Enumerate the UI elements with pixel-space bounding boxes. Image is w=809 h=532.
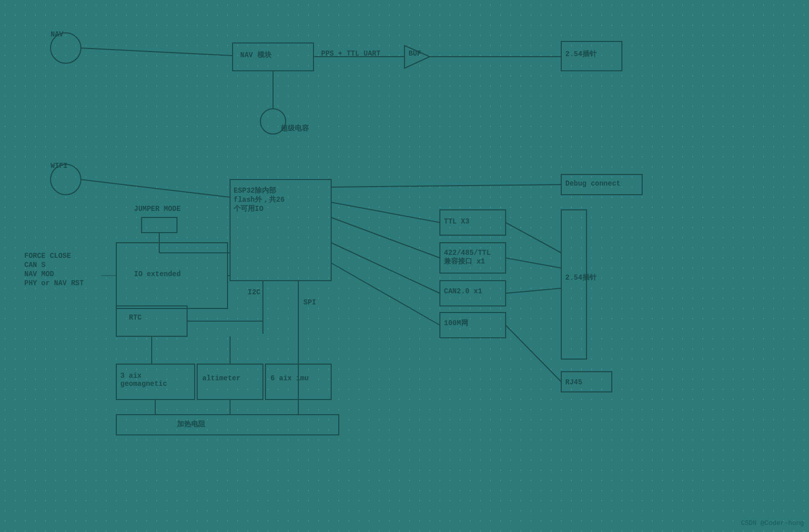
can-s-label: CAN S	[24, 261, 46, 269]
phy-nav-rst-label: PHY or NAV RST	[24, 279, 84, 287]
super-cap-label: 超级电容	[281, 124, 309, 133]
nav-module-label: NAV 模块	[240, 51, 272, 60]
svg-line-30	[506, 325, 561, 382]
svg-rect-35	[116, 306, 187, 336]
rtc-label: RTC	[129, 314, 142, 322]
six-aix-label: 6 aix imu	[271, 374, 309, 382]
svg-line-26	[506, 223, 561, 253]
pin254-right-label: 2.54插针	[565, 273, 597, 282]
jumper-mode-label: JUMPER MODE	[134, 205, 181, 213]
svg-line-16	[331, 185, 561, 187]
svg-rect-11	[142, 217, 177, 233]
esp32-label: ESP32除内部 flash外，共26 个可用IO	[234, 186, 285, 213]
svg-line-20	[331, 217, 440, 258]
io-extended-label: IO extended	[134, 270, 181, 278]
rj45-label: RJ45	[565, 378, 582, 386]
svg-line-18	[331, 202, 440, 223]
svg-line-28	[506, 288, 561, 293]
watermark: CSDN @Coder-hong	[741, 519, 804, 527]
ttl-x3-label: TTL X3	[444, 217, 469, 226]
nav-label: NAV	[51, 30, 63, 38]
svg-line-27	[506, 258, 561, 268]
i2c-label: I2C	[248, 288, 260, 296]
can20-label: CAN2.0 x1	[444, 287, 482, 295]
debug-connect-label: Debug connect	[565, 180, 620, 188]
rs422-label: 422/485/TTL 兼容接口 x1	[444, 249, 490, 266]
heating-label: 加热电阻	[177, 420, 205, 429]
pin254-top-label: 2.54插针	[565, 50, 597, 59]
svg-line-10	[81, 180, 230, 197]
buf-label: BUF	[409, 50, 421, 58]
svg-line-1	[81, 48, 233, 56]
pps-ttl-label: PPS + TTL UART	[321, 50, 381, 58]
diagram-svg	[0, 0, 809, 532]
svg-rect-25	[561, 210, 587, 359]
svg-rect-44	[116, 415, 339, 435]
wifi-label: WIFI	[51, 162, 68, 170]
net100m-label: 100M网	[444, 319, 468, 328]
three-aix-label: 3 aix geomagnetic	[120, 372, 167, 388]
svg-line-24	[331, 263, 440, 325]
nav-mod-label: NAV MOD	[24, 270, 54, 278]
svg-line-22	[331, 243, 440, 293]
spi-label: SPI	[303, 298, 316, 306]
altimeter-label: altimeter	[202, 374, 241, 382]
force-close-label: FORCE CLOSE	[24, 252, 71, 260]
